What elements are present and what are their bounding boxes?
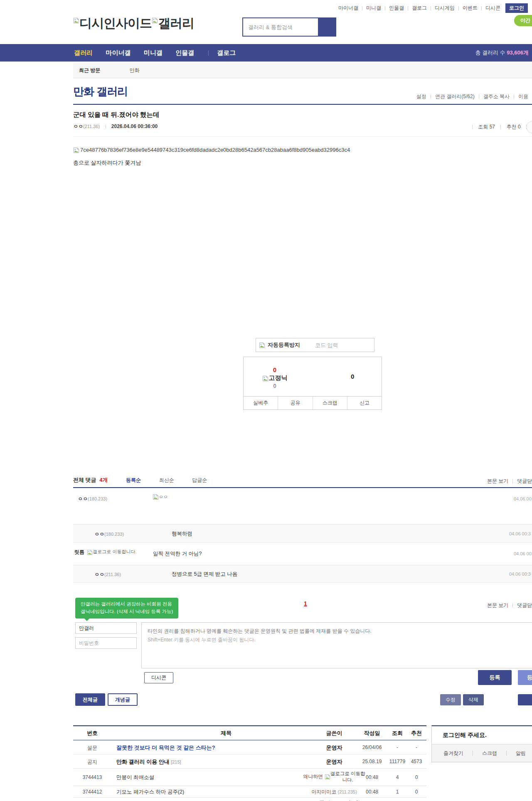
nav-item-mini[interactable]: 미니갤: [144, 49, 163, 56]
topbar-link-person[interactable]: 인물갤: [389, 5, 404, 11]
scrap-button[interactable]: 스크랩: [313, 397, 347, 409]
nav-item-gallery[interactable]: 갤러리: [74, 49, 93, 56]
tooltip-line-2: 갤닉네임입니다. (삭제 시 닉네임 등록 가능): [81, 608, 173, 616]
site-logo[interactable]: 디시인사이드갤러리: [73, 15, 194, 32]
night-mode-button[interactable]: 야간 모드: [514, 15, 532, 26]
separator: [385, 6, 385, 10]
comment-nickname-input[interactable]: [75, 622, 137, 634]
row-title-link[interactable]: 만화 갤러리 이용 안내: [116, 759, 170, 765]
comment-time: 04.06 00:: [514, 551, 532, 556]
table-row: 설문 잘못한 것보다 더 욕먹은 것 같은 스타는? 운영자 26/04/06 …: [73, 740, 426, 754]
report-button[interactable]: 신고: [347, 397, 382, 409]
row-date: 26/04/06: [356, 744, 388, 750]
separator: [512, 479, 513, 483]
separator: [506, 751, 507, 756]
downvote-count[interactable]: 0: [351, 373, 354, 380]
separator: [431, 6, 431, 10]
comment-row: ㅇㅇ(180.233) ㅇㅇ 04.06 00:: [73, 488, 532, 525]
gallery-link-guide[interactable]: 이용: [518, 94, 528, 99]
sort-replies[interactable]: 답글순: [192, 477, 207, 483]
comment-row: 릿틈 갤로그로 이동합니다. 일찍 전역한 거 아님? 04.06 00:: [73, 543, 532, 565]
breadcrumb-current[interactable]: 만화: [130, 67, 140, 73]
row-no: 공지: [73, 759, 111, 766]
comment-ip: (180.233): [88, 496, 107, 501]
page-title[interactable]: 만화 갤러리: [73, 84, 128, 99]
sort-registered[interactable]: 등록순: [126, 477, 141, 483]
topbar-link-dccon[interactable]: 디시콘: [485, 5, 500, 11]
comment-warning-line: 타인의 권리를 침해하거나 명예를 훼손하는 댓글은 운영원칙 및 관련 법률에…: [148, 628, 532, 635]
search-button[interactable]: [319, 17, 336, 37]
pagination-page-1[interactable]: 1: [304, 600, 307, 607]
nav-item-gallog[interactable]: 갤로그: [217, 49, 236, 56]
row-writer[interactable]: ㅇㅇ 갤로그로 이동합: [298, 799, 371, 801]
silbechu-button[interactable]: 실베추: [244, 397, 278, 409]
row-views: -: [388, 744, 406, 750]
comment-submit-button[interactable]: 등록: [478, 670, 512, 685]
post-image-broken: 7ce48776b7836ef736e8e9e54489743c319ce6fd…: [73, 147, 350, 153]
view-post-link[interactable]: 본문 보기: [487, 602, 508, 608]
top-utility-bar: 마이너갤미니갤인물갤갤로그디시게임이벤트디시콘로그인: [338, 3, 528, 13]
topbar-link-gallog[interactable]: 갤로그: [412, 5, 427, 11]
all-posts-button[interactable]: 전체글: [75, 693, 105, 706]
nav-item-person[interactable]: 인물갤: [175, 49, 194, 56]
share-button[interactable]: 공유: [278, 397, 312, 409]
close-comments-link[interactable]: 댓글닫기: [517, 478, 532, 484]
comment-nick[interactable]: ㅇㅇ: [94, 572, 104, 577]
comment-nick[interactable]: ㅇㅇ: [78, 496, 88, 502]
alarm-button[interactable]: 알림: [516, 750, 526, 757]
table-row: 공지 만화 갤러리 이용 안내 [215] 운영자 25.08.19 11177…: [73, 754, 426, 769]
view-post-link[interactable]: 본문 보기: [487, 478, 508, 484]
captcha-input[interactable]: [315, 342, 365, 348]
row-date: 25.08.19: [356, 759, 388, 764]
topbar-link-dcgame[interactable]: 디시게임: [435, 5, 455, 11]
main-nav: 갤러리 마이너갤 미니갤 인물갤 갤로그 총 갤러리 수 93,606개: [0, 44, 532, 62]
search-box: [242, 17, 336, 37]
post-writer-ip: (211.36): [83, 124, 100, 129]
logo-text-sub: 갤러리: [158, 16, 194, 30]
topbar-link-event[interactable]: 이벤트: [463, 5, 478, 11]
gallery-link-related[interactable]: 연관 갤러리(5/62): [435, 94, 475, 99]
comment-nick[interactable]: 릿틈: [74, 549, 84, 555]
comment-time: 04.06 00:: [514, 496, 532, 501]
sort-newest[interactable]: 최신순: [159, 477, 174, 483]
topbar-link-mini[interactable]: 미니갤: [366, 5, 381, 11]
concept-posts-button[interactable]: 개념글: [108, 693, 138, 706]
broken-image-icon: [262, 375, 268, 382]
close-comments-link[interactable]: 댓글닫기: [517, 602, 532, 608]
edit-button[interactable]: 수정: [440, 694, 461, 705]
table-row: 3744411 이들의 슨드급 유리코 캭산제 ㅇㅇ 갤로그로 이동합 00:4…: [73, 798, 426, 801]
topbar-link-minor[interactable]: 마이너갤: [338, 5, 358, 11]
upvote-area[interactable]: 0 고정닉 0: [252, 366, 298, 389]
separator: [481, 6, 482, 10]
dccon-button[interactable]: 디시콘: [144, 672, 173, 683]
row-recs: 0: [406, 774, 426, 780]
login-button[interactable]: 로그인: [505, 3, 528, 13]
nav-item-minor[interactable]: 마이너갤: [106, 49, 131, 56]
search-input[interactable]: [242, 17, 319, 37]
post-stats: 조회 57 추천 0: [468, 123, 531, 131]
comment-time: 04.06 00:3: [509, 572, 531, 577]
gallery-link-settings[interactable]: 설정: [416, 94, 426, 99]
comment-time: 04.06 00:3: [509, 531, 531, 536]
comment-nick[interactable]: ㅇㅇ: [94, 531, 104, 537]
partial-round-button[interactable]: [526, 121, 532, 133]
comment-text: 행복하렴: [172, 530, 192, 537]
comment-submit-button-partial[interactable]: 등록: [518, 670, 532, 685]
comment-password-input[interactable]: [75, 637, 137, 649]
row-recs: -: [406, 744, 426, 750]
delete-button[interactable]: 삭제: [463, 694, 484, 705]
gallery-link-copy-url[interactable]: 갤주소 복사: [483, 94, 510, 99]
scrap-button-side[interactable]: 스크랩: [482, 750, 497, 757]
comment-textarea[interactable]: 타인의 권리를 침해하거나 명예를 훼손하는 댓글은 운영원칙 및 관련 법률에…: [141, 622, 532, 668]
write-button-partial[interactable]: [518, 694, 532, 705]
col-header-no: 번호: [73, 726, 111, 740]
row-date: 00:48: [356, 774, 388, 780]
separator: [473, 751, 473, 756]
post-title: 군대 있을 때 뒤.졌어야 했는데: [73, 111, 160, 119]
comments-total-label: 전체 댓글: [73, 477, 96, 483]
separator: [512, 603, 513, 608]
fixed-nick-count: 0: [252, 383, 298, 389]
post-writer[interactable]: ㅇㅇ: [73, 123, 83, 129]
favorite-button[interactable]: 즐겨찾기: [443, 750, 463, 757]
separator: [458, 6, 459, 10]
